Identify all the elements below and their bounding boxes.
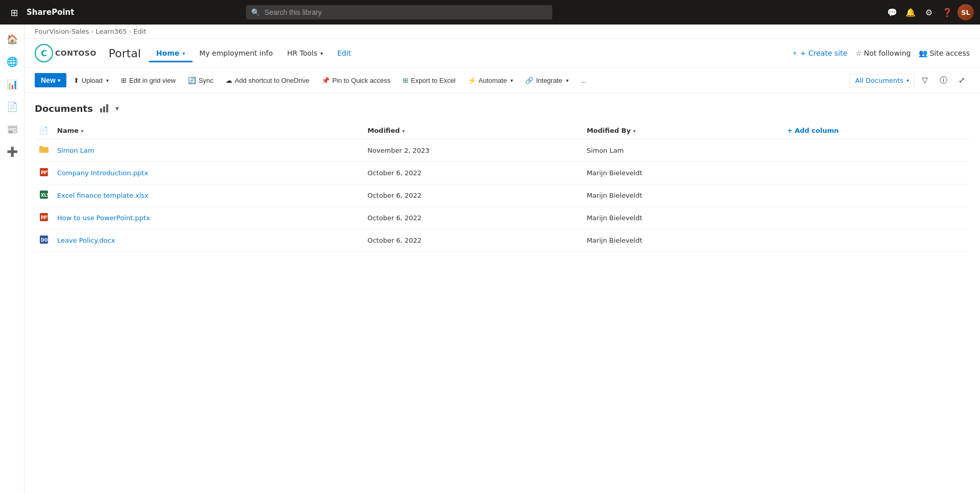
sidebar-item-sites[interactable]: 🌐 bbox=[2, 51, 22, 72]
sidebar-item-create[interactable]: ➕ bbox=[2, 141, 22, 161]
file-type-icon bbox=[35, 139, 51, 162]
toolbar-right: All Documents ▾ ▽ ⓘ ⤢ bbox=[850, 72, 970, 88]
file-modified: October 6, 2022 bbox=[361, 229, 580, 252]
file-type-icon: XLS bbox=[35, 184, 51, 207]
settings-icon-button[interactable]: ⚙️ bbox=[921, 4, 937, 20]
waffle-menu-button[interactable]: ⊞ bbox=[6, 4, 22, 20]
breadcrumb-learn365[interactable]: Learn365 bbox=[95, 28, 127, 35]
info-button[interactable]: ⓘ bbox=[935, 72, 951, 88]
col-modified-header[interactable]: Modified ▾ bbox=[361, 122, 580, 139]
export-label: Export to Excel bbox=[411, 77, 455, 84]
site-header: C CONTOSO Portal Home ▾ My employment in… bbox=[24, 39, 980, 68]
add-shortcut-button[interactable]: ☁ Add shortcut to OneDrive bbox=[220, 74, 314, 87]
chart-icon-button[interactable] bbox=[97, 101, 111, 115]
integrate-icon: 🔗 bbox=[525, 77, 533, 84]
more-button[interactable]: ... bbox=[576, 74, 592, 87]
col-name-label: Name bbox=[57, 127, 79, 134]
svg-text:DOC: DOC bbox=[41, 238, 49, 243]
documents-title: Documents bbox=[35, 103, 93, 114]
col-modified-sort: ▾ bbox=[402, 128, 405, 134]
file-name[interactable]: Company Introduction.pptx bbox=[51, 162, 361, 184]
sidebar-item-news[interactable]: 📰 bbox=[2, 119, 22, 139]
create-site-icon: ＋ bbox=[791, 49, 798, 58]
integrate-chevron: ▾ bbox=[566, 78, 569, 83]
automate-button[interactable]: ⚡ Automate ▾ bbox=[463, 74, 519, 87]
file-modified-by: Marijn Bieleveldt bbox=[580, 207, 781, 229]
nav-item-hrtools[interactable]: HR Tools ▾ bbox=[280, 44, 330, 62]
automate-label: Automate bbox=[479, 77, 507, 84]
edit-grid-label: Edit in grid view bbox=[129, 77, 176, 84]
col-add-header[interactable]: + Add column bbox=[781, 122, 970, 139]
help-icon-button[interactable]: ❓ bbox=[939, 4, 955, 20]
topbar-right-actions: 💬 🔔 ⚙️ ❓ SL bbox=[884, 4, 974, 20]
table-row[interactable]: XLSExcel finance template.xlsxOctober 6,… bbox=[35, 184, 970, 207]
documents-table: 📄 Name ▾ Modified ▾ Modified By ▾ bbox=[35, 122, 970, 252]
doc-header-dropdown[interactable]: ▾ bbox=[115, 104, 119, 112]
create-site-button[interactable]: ＋ + Create site bbox=[791, 49, 847, 58]
excel-icon: ⊞ bbox=[403, 77, 408, 84]
notifications-icon-button[interactable]: 🔔 bbox=[902, 4, 919, 20]
search-icon: 🔍 bbox=[251, 8, 260, 16]
sync-button[interactable]: 🔄 Sync bbox=[183, 74, 218, 87]
add-column-button[interactable]: + Add column bbox=[787, 127, 964, 134]
new-button[interactable]: New ▾ bbox=[35, 73, 66, 87]
col-modified-by-sort: ▾ bbox=[633, 128, 635, 134]
export-excel-button[interactable]: ⊞ Export to Excel bbox=[398, 74, 460, 87]
logo-letter: C bbox=[41, 49, 47, 58]
file-name[interactable]: Excel finance template.xlsx bbox=[51, 184, 361, 207]
nav-home-label: Home bbox=[156, 49, 179, 57]
file-modified: October 6, 2022 bbox=[361, 162, 580, 184]
sidebar-item-home[interactable]: 🏠 bbox=[2, 29, 22, 49]
file-name[interactable]: Simon Lam bbox=[51, 139, 361, 162]
more-label: ... bbox=[581, 77, 586, 84]
nav-edit-label: Edit bbox=[337, 49, 351, 57]
svg-text:XLS: XLS bbox=[41, 193, 49, 198]
all-documents-button[interactable]: All Documents ▾ bbox=[850, 74, 915, 87]
site-logo: C CONTOSO bbox=[35, 44, 96, 62]
integrate-button[interactable]: 🔗 Integrate ▾ bbox=[520, 74, 573, 87]
automate-chevron: ▾ bbox=[510, 78, 513, 83]
sidebar-item-feeds[interactable]: 📊 bbox=[2, 74, 22, 94]
file-extra-col bbox=[781, 139, 970, 162]
file-type-icon: PPT bbox=[35, 207, 51, 229]
file-modified: October 6, 2022 bbox=[361, 207, 580, 229]
topbar: ⊞ SharePoint 🔍 💬 🔔 ⚙️ ❓ SL bbox=[0, 0, 980, 25]
upload-icon: ⬆ bbox=[74, 77, 79, 84]
integrate-label: Integrate bbox=[536, 77, 562, 84]
sidebar-item-pages[interactable]: 📄 bbox=[2, 96, 22, 116]
doc-header: Documents ▾ bbox=[35, 101, 970, 115]
site-access-button[interactable]: 👥 Site access bbox=[919, 49, 970, 57]
upload-label: Upload bbox=[82, 77, 103, 84]
pin-label: Pin to Quick access bbox=[332, 77, 390, 84]
add-col-label: Add column bbox=[795, 127, 839, 134]
expand-button[interactable]: ⤢ bbox=[953, 72, 970, 88]
edit-grid-button[interactable]: ⊞ Edit in grid view bbox=[116, 74, 181, 87]
col-modified-by-label: Modified By bbox=[586, 127, 630, 134]
breadcrumb-edit[interactable]: Edit bbox=[133, 28, 146, 35]
nav-item-employment[interactable]: My employment info bbox=[192, 44, 280, 62]
search-input[interactable] bbox=[246, 5, 552, 19]
col-modified-by-header[interactable]: Modified By ▾ bbox=[580, 122, 781, 139]
toolbar: New ▾ ⬆ Upload ▾ ⊞ Edit in grid view 🔄 S… bbox=[24, 68, 980, 93]
not-following-button[interactable]: ☆ Not following bbox=[855, 49, 911, 57]
breadcrumb-fourvision[interactable]: FourVision-Sales bbox=[35, 28, 89, 35]
col-name-header[interactable]: Name ▾ bbox=[51, 122, 361, 139]
upload-button[interactable]: ⬆ Upload ▾ bbox=[68, 74, 114, 87]
file-name[interactable]: Leave Policy.docx bbox=[51, 229, 361, 252]
chat-icon-button[interactable]: 💬 bbox=[884, 4, 900, 20]
user-avatar[interactable]: SL bbox=[958, 4, 974, 20]
table-row[interactable]: PPTHow to use PowerPoint.pptxOctober 6, … bbox=[35, 207, 970, 229]
filter-button[interactable]: ▽ bbox=[917, 72, 933, 88]
file-name[interactable]: How to use PowerPoint.pptx bbox=[51, 207, 361, 229]
table-row[interactable]: Simon LamNovember 2, 2023Simon Lam bbox=[35, 139, 970, 162]
pin-button[interactable]: 📌 Pin to Quick access bbox=[316, 74, 396, 87]
nav-item-home[interactable]: Home ▾ bbox=[149, 44, 192, 62]
table-row[interactable]: PPTCompany Introduction.pptxOctober 6, 2… bbox=[35, 162, 970, 184]
breadcrumb-sep-1: › bbox=[91, 28, 94, 35]
nav-item-edit[interactable]: Edit bbox=[330, 44, 358, 62]
svg-rect-2 bbox=[106, 104, 108, 112]
file-modified: November 2, 2023 bbox=[361, 139, 580, 162]
col-modified-label: Modified bbox=[368, 127, 400, 134]
table-row[interactable]: DOCLeave Policy.docxOctober 6, 2022Marij… bbox=[35, 229, 970, 252]
all-docs-label: All Documents bbox=[855, 77, 903, 84]
